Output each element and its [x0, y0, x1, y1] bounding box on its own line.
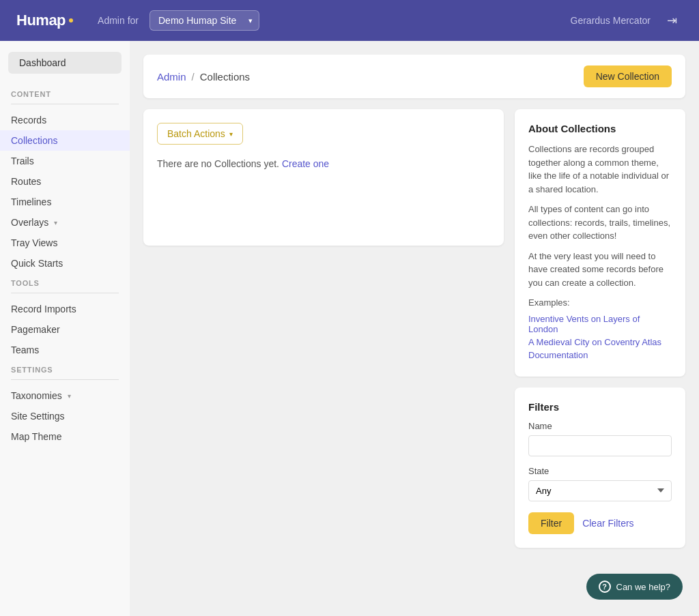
- filter-actions: Filter Clear Filters: [528, 512, 672, 534]
- chevron-down-icon: ▾: [229, 130, 233, 138]
- sidebar-item-map-theme[interactable]: Map Theme: [0, 426, 130, 447]
- help-label: Can we help?: [616, 582, 671, 592]
- help-button[interactable]: ? Can we help?: [586, 574, 683, 600]
- examples-label: Examples:: [528, 296, 672, 310]
- about-card-para-3: At the very least you will need to have …: [528, 250, 672, 290]
- site-selector-wrapper: Demo Humap Site ▾: [149, 10, 259, 31]
- filter-card-title: Filters: [528, 401, 672, 413]
- empty-message: There are no Collections yet. Create one: [157, 158, 490, 169]
- logo: Humap: [16, 12, 73, 29]
- sidebar-section-settings: SETTINGS: [0, 360, 130, 377]
- about-card-title: About Collections: [528, 123, 672, 134]
- sidebar-item-timelines[interactable]: Timelines: [0, 192, 130, 212]
- filter-state-select[interactable]: Any Published Draft: [528, 480, 672, 501]
- logo-dot: [69, 18, 73, 23]
- breadcrumb-separator: /: [192, 71, 195, 83]
- example-link-2[interactable]: A Medieval City on Coventry Atlas: [528, 337, 672, 347]
- breadcrumb: Admin / Collections: [157, 71, 250, 83]
- about-card-para-2: All types of content can go into collect…: [528, 203, 672, 243]
- sidebar-divider-content: [11, 104, 119, 104]
- sidebar-item-record-imports[interactable]: Record Imports: [0, 299, 130, 319]
- user-name: Gerardus Mercator: [571, 15, 651, 26]
- logout-icon: ⇥: [667, 14, 677, 27]
- right-sidebar: About Collections Collections are record…: [515, 109, 685, 548]
- admin-label: Admin for: [98, 15, 139, 26]
- sidebar-item-quick-starts[interactable]: Quick Starts: [0, 253, 130, 274]
- filter-button[interactable]: Filter: [528, 512, 574, 534]
- clear-filters-button[interactable]: Clear Filters: [582, 518, 633, 529]
- batch-actions-button[interactable]: Batch Actions ▾: [157, 123, 243, 145]
- sidebar-item-dashboard[interactable]: Dashboard: [8, 52, 122, 74]
- sidebar-divider-tools: [11, 293, 119, 293]
- about-collections-card: About Collections Collections are record…: [515, 109, 685, 377]
- filter-name-label: Name: [528, 421, 672, 431]
- sidebar-section-content: CONTENT: [0, 85, 130, 101]
- sidebar-divider-settings: [11, 379, 119, 380]
- help-button-wrapper: ? Can we help?: [586, 574, 683, 600]
- sidebar: Dashboard CONTENT Records Collections Tr…: [0, 41, 130, 616]
- help-icon: ?: [599, 581, 611, 593]
- new-collection-button[interactable]: New Collection: [584, 65, 672, 87]
- sidebar-item-teams[interactable]: Teams: [0, 340, 130, 360]
- sidebar-item-taxonomies[interactable]: Taxonomies ▾: [0, 385, 130, 406]
- sidebar-item-trails[interactable]: Trails: [0, 151, 130, 171]
- sidebar-item-tray-views[interactable]: Tray Views: [0, 233, 130, 253]
- chevron-down-icon: ▾: [68, 392, 71, 400]
- chevron-down-icon: ▾: [54, 219, 57, 226]
- main-panel: Batch Actions ▾ There are no Collections…: [143, 109, 504, 246]
- example-link-1[interactable]: Inventive Vents on Layers of London: [528, 314, 672, 334]
- about-card-para-1: Collections are records grouped together…: [528, 143, 672, 196]
- create-one-link[interactable]: Create one: [282, 158, 329, 169]
- sidebar-item-routes[interactable]: Routes: [0, 171, 130, 192]
- sidebar-item-collections[interactable]: Collections: [0, 130, 130, 151]
- filter-state-label: State: [528, 466, 672, 476]
- sidebar-item-records[interactable]: Records: [0, 110, 130, 130]
- header: Humap Admin for Demo Humap Site ▾ Gerard…: [0, 0, 699, 41]
- breadcrumb-admin-link[interactable]: Admin: [157, 71, 186, 83]
- main-content: Admin / Collections New Collection Batch…: [130, 41, 699, 616]
- sidebar-item-site-settings[interactable]: Site Settings: [0, 406, 130, 426]
- sidebar-item-pagemaker[interactable]: Pagemaker: [0, 319, 130, 340]
- logo-text: Humap: [16, 12, 66, 29]
- breadcrumb-current: Collections: [200, 71, 250, 83]
- content-row: Batch Actions ▾ There are no Collections…: [143, 109, 685, 548]
- example-link-3[interactable]: Documentation: [528, 350, 672, 360]
- logout-button[interactable]: ⇥: [661, 10, 683, 31]
- sidebar-section-tools: TOOLS: [0, 274, 130, 290]
- sidebar-item-overlays[interactable]: Overlays ▾: [0, 212, 130, 233]
- filter-name-input[interactable]: [528, 435, 672, 456]
- site-selector[interactable]: Demo Humap Site: [149, 10, 259, 31]
- filter-card: Filters Name State Any Published Draft F…: [515, 387, 685, 548]
- layout: Dashboard CONTENT Records Collections Tr…: [0, 41, 699, 616]
- breadcrumb-bar: Admin / Collections New Collection: [143, 55, 685, 98]
